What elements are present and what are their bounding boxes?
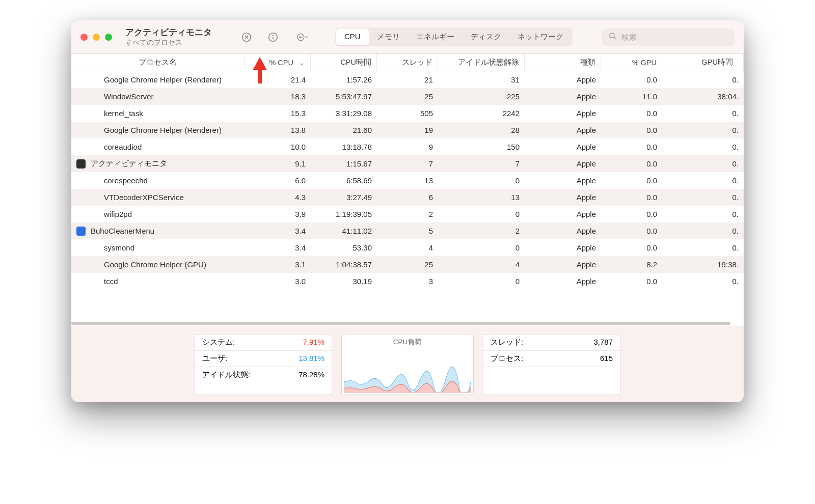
gpu-value: 0.0 bbox=[601, 210, 662, 218]
table-row[interactable]: wifip2pd3.91:19:39.0520Apple0.00. bbox=[71, 206, 744, 222]
tab-cpu[interactable]: CPU bbox=[336, 29, 369, 45]
process-name: sysmond bbox=[104, 243, 134, 252]
threads-label: スレッド: bbox=[491, 338, 523, 347]
gpu-value: 0.0 bbox=[601, 109, 662, 118]
process-table: プロセス名 % CPU⌄ CPU時間 スレッド アイドル状態解除 種類 % GP… bbox=[71, 54, 744, 326]
counts-panel: スレッド:3,787 プロセス:615 bbox=[483, 334, 620, 395]
window-subtitle: すべてのプロセス bbox=[125, 38, 212, 47]
process-name: Google Chrome Helper (Renderer) bbox=[104, 126, 222, 134]
cpu-time-value: 1:57.26 bbox=[311, 75, 377, 84]
kind-value: Apple bbox=[525, 260, 601, 269]
process-name: アクティビティモニタ bbox=[91, 159, 167, 169]
process-name: WindowServer bbox=[104, 92, 154, 101]
gpu-time-value: 0. bbox=[662, 143, 744, 151]
idle-wake-value: 13 bbox=[438, 193, 525, 202]
col-cpu-time[interactable]: CPU時間 bbox=[311, 54, 377, 71]
tab-memory[interactable]: メモリ bbox=[369, 29, 408, 45]
threads-value: 4 bbox=[377, 243, 438, 252]
tab-disk[interactable]: ディスク bbox=[463, 29, 509, 45]
more-options-button[interactable] bbox=[292, 30, 313, 44]
cpu-value: 4.3 bbox=[244, 193, 311, 202]
col-gpu-time[interactable]: GPU時間 bbox=[662, 54, 744, 71]
zoom-window-button[interactable] bbox=[105, 34, 112, 41]
gpu-time-value: 38:04. bbox=[662, 92, 744, 101]
table-row[interactable]: Google Chrome Helper (GPU)3.11:04:38.572… bbox=[71, 256, 744, 273]
cpu-value: 10.0 bbox=[244, 143, 311, 151]
kind-value: Apple bbox=[525, 210, 601, 218]
svg-point-7 bbox=[610, 33, 614, 38]
sort-indicator-icon: ⌄ bbox=[298, 59, 305, 67]
gpu-time-value: 0. bbox=[662, 159, 744, 168]
cpu-value: 21.4 bbox=[244, 75, 311, 84]
gpu-value: 0.0 bbox=[601, 243, 662, 252]
table-row[interactable]: VTDecoderXPCService4.33:27.49613Apple0.0… bbox=[71, 189, 744, 206]
gpu-time-value: 0. bbox=[662, 75, 744, 84]
cpu-value: 13.8 bbox=[244, 126, 311, 134]
gpu-value: 0.0 bbox=[601, 193, 662, 202]
table-body[interactable]: Google Chrome Helper (Renderer)21.41:57.… bbox=[71, 71, 744, 321]
process-name: wifip2pd bbox=[104, 210, 132, 218]
info-button[interactable] bbox=[266, 30, 280, 44]
horizontal-scrollbar[interactable] bbox=[71, 321, 744, 326]
tab-network[interactable]: ネットワーク bbox=[509, 29, 572, 45]
toolbar-icons bbox=[239, 30, 313, 44]
table-row[interactable]: Google Chrome Helper (Renderer)13.821.60… bbox=[71, 122, 744, 138]
process-name: tccd bbox=[104, 277, 118, 286]
idle-label: アイドル状態: bbox=[202, 370, 250, 380]
threads-value: 6 bbox=[377, 193, 438, 202]
table-row[interactable]: WindowServer18.35:53:47.9725225Apple11.0… bbox=[71, 88, 744, 105]
window-controls bbox=[80, 34, 112, 41]
table-row[interactable]: Google Chrome Helper (Renderer)21.41:57.… bbox=[71, 71, 744, 88]
idle-wake-value: 150 bbox=[438, 143, 525, 151]
gpu-time-value: 0. bbox=[662, 227, 744, 235]
search-field[interactable] bbox=[602, 29, 735, 46]
kind-value: Apple bbox=[525, 277, 601, 286]
tab-energy[interactable]: エネルギー bbox=[408, 29, 463, 45]
gpu-time-value: 0. bbox=[662, 277, 744, 286]
system-value: 7.91% bbox=[303, 338, 324, 347]
cpu-value: 3.4 bbox=[244, 227, 311, 235]
col-gpu[interactable]: % GPU bbox=[601, 54, 662, 71]
svg-point-2 bbox=[273, 35, 273, 35]
chart-title: CPU負荷 bbox=[342, 334, 473, 350]
table-row[interactable]: kernel_task15.33:31:29.085052242Apple0.0… bbox=[71, 105, 744, 122]
cpu-value: 3.9 bbox=[244, 210, 311, 218]
minimize-window-button[interactable] bbox=[93, 34, 100, 41]
table-row[interactable]: アクティビティモニタ9.11:15.6777Apple0.00. bbox=[71, 155, 744, 172]
col-cpu[interactable]: % CPU⌄ bbox=[244, 54, 311, 71]
threads-value: 13 bbox=[377, 176, 438, 185]
kind-value: Apple bbox=[525, 159, 601, 168]
threads-value: 19 bbox=[377, 126, 438, 134]
table-row[interactable]: BuhoCleanerMenu3.441:11.0252Apple0.00. bbox=[71, 222, 744, 239]
gpu-value: 0.0 bbox=[601, 143, 662, 151]
cpu-value: 18.3 bbox=[244, 92, 311, 101]
process-name: kernel_task bbox=[104, 109, 143, 118]
kind-value: Apple bbox=[525, 193, 601, 202]
threads-value: 9 bbox=[377, 143, 438, 151]
idle-wake-value: 2 bbox=[438, 227, 525, 235]
search-input[interactable] bbox=[621, 33, 728, 41]
threads-value: 21 bbox=[377, 75, 438, 84]
cpu-time-value: 3:27.49 bbox=[311, 193, 377, 202]
kind-value: Apple bbox=[525, 243, 601, 252]
gpu-time-value: 0. bbox=[662, 193, 744, 202]
col-process-name[interactable]: プロセス名 bbox=[71, 54, 244, 71]
col-kind[interactable]: 種類 bbox=[525, 54, 601, 71]
search-icon bbox=[608, 32, 617, 43]
svg-point-4 bbox=[299, 37, 300, 37]
gpu-value: 0.0 bbox=[601, 126, 662, 134]
threads-value: 3 bbox=[377, 277, 438, 286]
threads-value: 5 bbox=[377, 227, 438, 235]
cpu-time-value: 3:31:29.08 bbox=[311, 109, 377, 118]
close-window-button[interactable] bbox=[80, 34, 88, 41]
cpu-time-value: 30.19 bbox=[311, 277, 377, 286]
col-threads[interactable]: スレッド bbox=[377, 54, 438, 71]
col-idle-wake[interactable]: アイドル状態解除 bbox=[438, 54, 525, 71]
table-row[interactable]: corespeechd6.06:58.69130Apple0.00. bbox=[71, 172, 744, 189]
stop-process-button[interactable] bbox=[239, 30, 254, 44]
table-row[interactable]: coreaudiod10.013:18.789150Apple0.00. bbox=[71, 138, 744, 155]
idle-wake-value: 28 bbox=[438, 126, 525, 134]
table-row[interactable]: tccd3.030.1930Apple0.00. bbox=[71, 273, 744, 290]
cpu-stats-panel: システム:7.91% ユーザ:13.81% アイドル状態:78.28% bbox=[195, 334, 332, 395]
table-row[interactable]: sysmond3.453.3040Apple0.00. bbox=[71, 239, 744, 256]
